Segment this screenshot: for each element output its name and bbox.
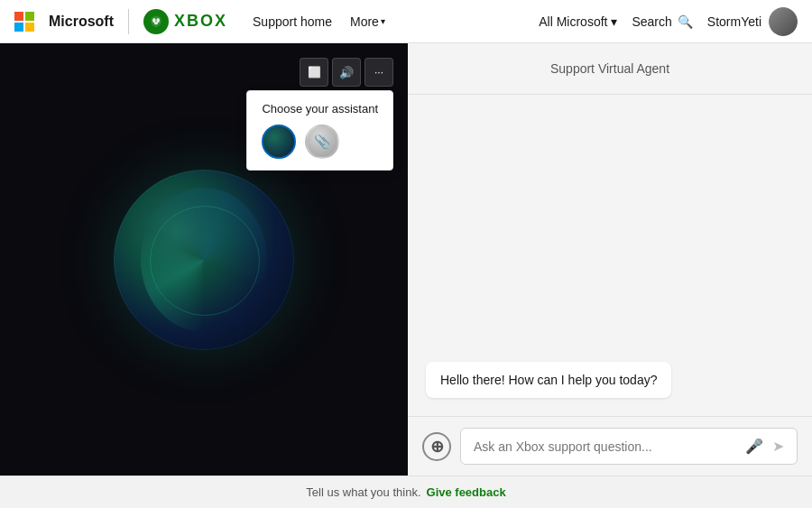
- chat-header: Support Virtual Agent: [408, 43, 812, 95]
- chat-input-area: ⊕ 🎤 ➤: [408, 416, 812, 476]
- search-button[interactable]: Search 🔍: [632, 14, 692, 29]
- ms-logo-yellow: [25, 23, 34, 32]
- screen-icon: ⬜: [308, 66, 321, 79]
- username: StormYeti: [707, 14, 761, 29]
- all-microsoft-label: All Microsoft: [539, 14, 607, 29]
- clippy-assistant-icon: 📎: [307, 126, 337, 157]
- chat-message: Hello there! How can I help you today?: [426, 362, 671, 398]
- header-divider: [128, 9, 129, 34]
- footer: Tell us what you think. Give feedback: [0, 476, 812, 508]
- assistant-options: 📎: [262, 125, 378, 159]
- avatar-panel: ⬜ 🔊 ··· Choose your assistant 📎: [0, 43, 408, 476]
- popup-label: Choose your assistant: [262, 102, 378, 115]
- more-menu[interactable]: More ▾: [343, 11, 392, 32]
- chat-panel: Support Virtual Agent Hello there! How c…: [408, 43, 812, 476]
- ai-orb: [114, 170, 294, 350]
- plus-icon: ⊕: [430, 437, 444, 457]
- avatar-image: [769, 7, 798, 36]
- attach-button[interactable]: ⊕: [422, 432, 451, 461]
- search-icon: 🔍: [678, 14, 693, 29]
- orb-ring: [114, 170, 294, 350]
- microsoft-logo: [14, 12, 34, 32]
- xbox-assistant-icon: [263, 126, 294, 157]
- chat-input[interactable]: [474, 439, 738, 454]
- chat-title: Support Virtual Agent: [550, 61, 669, 76]
- svg-point-3: [154, 22, 158, 24]
- give-feedback-link[interactable]: Give feedback: [427, 485, 506, 499]
- ellipsis-icon: ···: [374, 66, 383, 79]
- microphone-button[interactable]: 🎤: [745, 438, 763, 455]
- svg-point-2: [156, 18, 160, 23]
- xbox-logo-svg: [148, 14, 164, 30]
- main-content: ⬜ 🔊 ··· Choose your assistant 📎: [0, 43, 812, 476]
- input-icons: 🎤 ➤: [745, 438, 784, 455]
- xbox-brand: XBOX: [143, 9, 227, 34]
- volume-button[interactable]: 🔊: [332, 58, 361, 87]
- ms-logo-red: [14, 12, 23, 21]
- svg-point-1: [152, 18, 156, 23]
- ms-logo-green: [25, 12, 34, 21]
- orb-container: [114, 170, 294, 350]
- header-right: All Microsoft ▾ Search 🔍 StormYeti: [539, 7, 798, 36]
- header: Microsoft XBOX Support home More ▾ All M…: [0, 0, 812, 43]
- avatar: [769, 7, 798, 36]
- video-controls: ⬜ 🔊 ···: [300, 58, 393, 87]
- microsoft-wordmark: Microsoft: [49, 14, 114, 30]
- clippy-assistant-option[interactable]: 📎: [305, 125, 339, 159]
- support-home-link[interactable]: Support home: [245, 11, 339, 32]
- send-icon: ➤: [772, 438, 784, 455]
- all-microsoft-menu[interactable]: All Microsoft ▾: [539, 14, 617, 29]
- all-microsoft-chevron: ▾: [611, 14, 617, 29]
- more-label: More: [350, 14, 379, 29]
- main-nav: Support home More ▾: [245, 11, 392, 32]
- search-label: Search: [632, 14, 671, 29]
- xbox-assistant-option[interactable]: [262, 125, 296, 159]
- xbox-text: XBOX: [174, 12, 227, 31]
- screen-toggle-button[interactable]: ⬜: [300, 58, 328, 87]
- xbox-icon: [143, 9, 169, 34]
- chat-input-box: 🎤 ➤: [460, 428, 798, 465]
- assistant-popup: Choose your assistant 📎: [246, 90, 393, 171]
- volume-icon: 🔊: [339, 66, 354, 79]
- chevron-down-icon: ▾: [381, 16, 385, 26]
- ms-logo-blue: [14, 23, 23, 32]
- user-section[interactable]: StormYeti: [707, 7, 798, 36]
- more-options-button[interactable]: ···: [364, 58, 393, 87]
- chat-body: Hello there! How can I help you today?: [408, 95, 812, 416]
- footer-text: Tell us what you think.: [306, 485, 420, 499]
- microphone-icon: 🎤: [745, 438, 763, 455]
- send-button[interactable]: ➤: [772, 438, 784, 455]
